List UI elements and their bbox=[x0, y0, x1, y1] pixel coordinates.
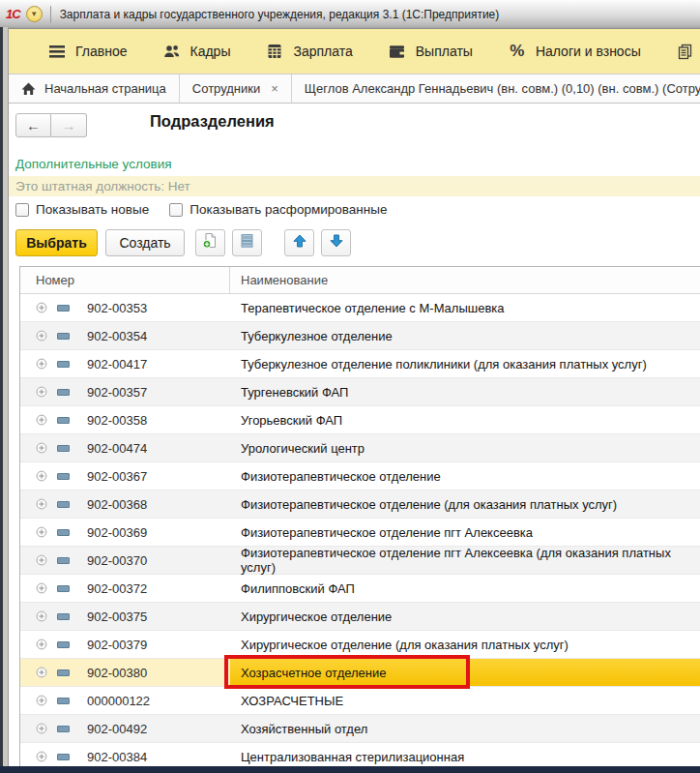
row-number-cell[interactable]: 902-00372 bbox=[20, 575, 230, 603]
tab-close-icon[interactable]: × bbox=[271, 81, 278, 96]
new-group-document-icon bbox=[202, 232, 219, 253]
menu-item-calculator[interactable]: Зарплата bbox=[266, 43, 352, 60]
table-row[interactable]: 902-00372 Филипповский ФАП bbox=[20, 575, 700, 603]
menu-item-people[interactable]: Кадры bbox=[163, 43, 231, 60]
row-name-cell[interactable]: Хозяйственный отдел bbox=[230, 715, 700, 743]
table-row[interactable]: 902-00354 Туберкулезное отделение bbox=[20, 322, 700, 350]
create-button[interactable]: Создать bbox=[105, 229, 185, 256]
table-row[interactable]: 902-00353 Терапевтическое отделение с М-… bbox=[20, 294, 700, 322]
row-number-cell[interactable]: 902-00370 bbox=[20, 547, 230, 575]
row-number-cell[interactable]: 000000122 bbox=[20, 687, 230, 715]
expand-tree-icon[interactable] bbox=[36, 302, 47, 313]
row-number: 000000122 bbox=[87, 694, 150, 708]
expand-tree-icon[interactable] bbox=[36, 498, 47, 510]
row-number-cell[interactable]: 902-00379 bbox=[20, 631, 230, 659]
row-number: 902-00474 bbox=[87, 441, 147, 456]
expand-tree-icon[interactable] bbox=[36, 610, 47, 622]
expand-tree-icon[interactable] bbox=[36, 639, 47, 650]
row-name-cell[interactable]: Физиотерапевтическое отделение bbox=[230, 462, 700, 491]
row-number-cell[interactable]: 902-00380 bbox=[20, 659, 230, 687]
row-name-cell[interactable]: Филипповский ФАП bbox=[230, 575, 700, 603]
forward-button[interactable]: → bbox=[51, 113, 87, 137]
expand-tree-icon[interactable] bbox=[36, 582, 47, 594]
move-up-button[interactable] bbox=[284, 229, 314, 256]
row-number-cell[interactable]: 902-00353 bbox=[20, 294, 230, 322]
expand-tree-icon[interactable] bbox=[36, 751, 47, 762]
staff-position-banner: Это штатная должность: Нет bbox=[9, 176, 700, 196]
row-name-cell[interactable]: Физиотерапевтическое отделение (для оказ… bbox=[230, 491, 700, 519]
tab-3[interactable]: Щеглов Александр Геннадьевич (вн. совм.)… bbox=[292, 74, 700, 103]
expand-tree-icon[interactable] bbox=[36, 414, 47, 426]
table-row[interactable]: 902-00357 Тургеневский ФАП bbox=[20, 378, 700, 406]
expand-tree-icon[interactable] bbox=[36, 442, 47, 454]
table-row[interactable]: 902-00474 Урологический центр bbox=[20, 434, 700, 462]
tab-2[interactable]: Сотрудники× bbox=[180, 74, 292, 103]
tab-1[interactable]: Начальная страница bbox=[9, 74, 180, 103]
menu-item-percent[interactable]: %Налоги и взносы bbox=[509, 43, 641, 60]
table-row[interactable]: 902-00375 Хирургическое отделение bbox=[20, 603, 700, 631]
group-folder-icon bbox=[57, 473, 70, 480]
row-name-cell[interactable]: Тургеневский ФАП bbox=[230, 378, 700, 406]
expand-tree-icon[interactable] bbox=[36, 667, 47, 678]
row-name-cell[interactable]: Хирургическое отделение (для оказания пл… bbox=[230, 631, 700, 659]
expand-tree-icon[interactable] bbox=[36, 723, 47, 734]
expand-tree-icon[interactable] bbox=[36, 470, 47, 482]
row-number-cell[interactable]: 902-00357 bbox=[20, 378, 230, 406]
back-button[interactable]: ← bbox=[15, 113, 51, 137]
row-name-cell[interactable]: Хозрасчетное отделение bbox=[230, 659, 700, 687]
list-view-mode-button[interactable] bbox=[232, 229, 262, 256]
menu-item-reports[interactable]: Отчетность, bbox=[677, 43, 700, 60]
table-row[interactable]: 902-00380 Хозрасчетное отделение bbox=[20, 659, 700, 687]
move-down-button[interactable] bbox=[321, 229, 351, 256]
row-name-cell[interactable]: Урологический центр bbox=[230, 434, 700, 462]
row-number-cell[interactable]: 902-00358 bbox=[20, 406, 230, 434]
system-menu-button[interactable]: ▼ bbox=[26, 6, 43, 22]
row-number-cell[interactable]: 902-00375 bbox=[20, 603, 230, 631]
table-row[interactable]: 902-00368 Физиотерапевтическое отделение… bbox=[20, 491, 700, 519]
expand-tree-icon[interactable] bbox=[36, 554, 47, 566]
row-number-cell[interactable]: 902-00368 bbox=[20, 491, 230, 519]
row-number-cell[interactable]: 902-00369 bbox=[20, 519, 230, 547]
row-name-cell[interactable]: Туберкулезное отделение bbox=[230, 322, 700, 350]
row-name-cell[interactable]: Физиотерапевтическое отделение пгт Алекс… bbox=[230, 547, 700, 575]
menu-item-hamburger[interactable]: Главное bbox=[48, 43, 128, 60]
expand-tree-icon[interactable] bbox=[36, 695, 47, 706]
create-group-button[interactable] bbox=[195, 229, 225, 256]
row-number-cell[interactable]: 902-00354 bbox=[20, 322, 230, 350]
expand-tree-icon[interactable] bbox=[36, 358, 47, 370]
row-number-cell[interactable]: 902-00417 bbox=[20, 350, 230, 378]
row-name-cell[interactable]: Туберкулезное отделение поликлиники (для… bbox=[230, 350, 700, 378]
table-row[interactable]: 902-00369 Физиотерапевтическое отделение… bbox=[20, 519, 700, 547]
departments-table: Номер Наименование 902-00353 Терапевтиче… bbox=[19, 266, 700, 770]
column-header-name[interactable]: Наименование bbox=[230, 267, 700, 293]
row-name-cell[interactable]: Терапевтическое отделение с М-Малышевка bbox=[230, 294, 700, 322]
table-row[interactable]: 902-00358 Угорьевский ФАП bbox=[20, 406, 700, 434]
group-folder-icon bbox=[57, 669, 70, 676]
row-number-cell[interactable]: 902-00492 bbox=[20, 715, 230, 743]
additional-conditions-link[interactable]: Дополнительные условия bbox=[15, 157, 172, 171]
expand-tree-icon[interactable] bbox=[36, 526, 47, 538]
table-row[interactable]: 902-00370 Физиотерапевтическое отделение… bbox=[20, 547, 700, 575]
menu-item-wallet[interactable]: Выплаты bbox=[389, 43, 473, 60]
table-row[interactable]: 902-00417 Туберкулезное отделение поликл… bbox=[20, 350, 700, 378]
row-number-cell[interactable]: 902-00474 bbox=[20, 434, 230, 462]
table-row[interactable]: 000000122 ХОЗРАСЧЕТНЫЕ bbox=[20, 687, 700, 715]
expand-tree-icon[interactable] bbox=[36, 330, 47, 342]
checkbox-box[interactable] bbox=[15, 203, 29, 217]
row-number-cell[interactable]: 902-00367 bbox=[20, 462, 230, 491]
expand-tree-icon[interactable] bbox=[36, 386, 47, 398]
checkbox-item-1[interactable]: Показывать новые bbox=[15, 202, 149, 217]
select-button[interactable]: Выбрать bbox=[15, 229, 98, 256]
checkbox-item-2[interactable]: Показывать расформированные bbox=[169, 202, 387, 217]
table-row[interactable]: 902-00492 Хозяйственный отдел bbox=[20, 715, 700, 743]
table-header-row: Номер Наименование bbox=[20, 267, 700, 294]
row-name-cell[interactable]: Хирургическое отделение bbox=[230, 603, 700, 631]
checkbox-label: Показывать новые bbox=[36, 202, 149, 217]
row-name-cell[interactable]: ХОЗРАСЧЕТНЫЕ bbox=[230, 687, 700, 715]
table-row[interactable]: 902-00367 Физиотерапевтическое отделение bbox=[20, 462, 700, 491]
column-header-number[interactable]: Номер bbox=[20, 267, 230, 293]
row-name-cell[interactable]: Физиотерапевтическое отделение пгт Алекс… bbox=[230, 519, 700, 547]
row-name-cell[interactable]: Угорьевский ФАП bbox=[230, 406, 700, 434]
table-row[interactable]: 902-00379 Хирургическое отделение (для о… bbox=[20, 631, 700, 659]
checkbox-box[interactable] bbox=[169, 203, 183, 217]
